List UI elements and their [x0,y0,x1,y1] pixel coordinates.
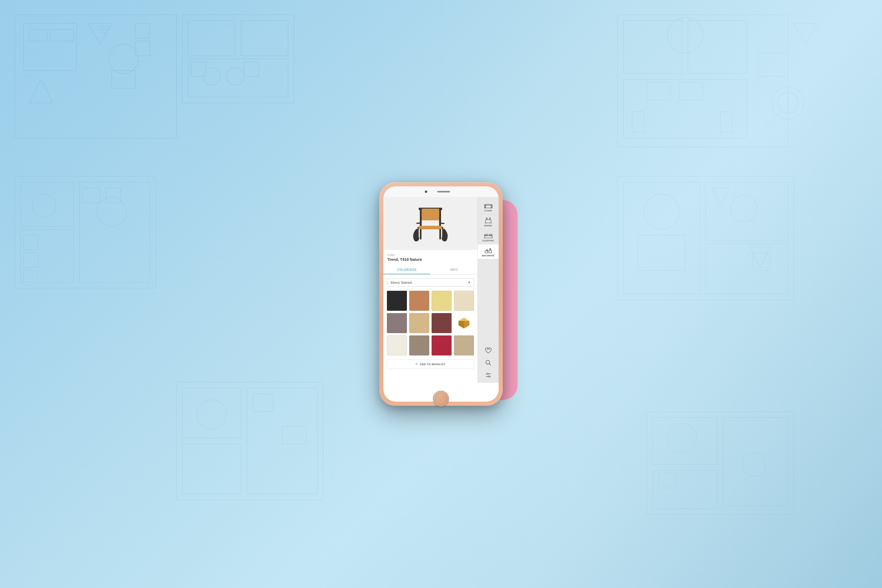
color-swatches [387,291,474,356]
svg-rect-24 [623,21,682,74]
svg-point-20 [226,68,244,85]
svg-rect-70 [658,473,676,488]
sidebar-item-decorate[interactable]: DECORATE [478,244,499,259]
swatch-yellow[interactable] [432,291,452,311]
svg-rect-30 [632,112,644,132]
svg-rect-36 [15,176,156,288]
sleeping-icon [484,232,492,239]
phone-frame: Color Trend, T410 Nature COLOR/SIZE INFO… [379,182,503,406]
wishlist-label: ADD TO WISHLIST [420,363,446,366]
svg-rect-58 [182,388,241,438]
dining-icon [484,217,492,224]
tab-info[interactable]: INFO [430,266,477,274]
svg-rect-16 [188,21,235,56]
svg-point-52 [730,195,757,222]
svg-marker-91 [459,318,470,321]
svg-point-68 [668,423,697,453]
svg-rect-4 [50,29,74,41]
sidebar-item-dining[interactable]: DINING [478,214,499,230]
svg-rect-83 [422,209,439,220]
phone-screen: Color Trend, T410 Nature COLOR/SIZE INFO… [383,186,499,402]
svg-rect-38 [21,230,74,282]
svg-rect-87 [439,229,441,239]
phone-home-button-inner [435,393,447,405]
app-screen: Color Trend, T410 Nature COLOR/SIZE INFO… [383,197,499,383]
material-dropdown[interactable]: Ebony Stained ▾ [387,278,474,286]
swatch-red[interactable] [432,336,452,356]
swatch-black[interactable] [387,291,407,311]
sidebar-item-living[interactable]: LIVING [478,200,499,214]
svg-rect-0 [15,15,176,138]
phone-home-button[interactable] [433,391,449,406]
phone-outer-shell: Color Trend, T410 Nature COLOR/SIZE INFO… [379,182,503,406]
svg-rect-53 [638,235,685,270]
svg-rect-94 [484,205,492,208]
sidebar-dining-label: DINING [484,225,492,226]
svg-rect-50 [706,244,788,294]
swatch-tan[interactable] [454,336,474,356]
swatch-caramel[interactable] [409,291,429,311]
svg-rect-28 [647,82,670,100]
svg-rect-86 [420,229,422,239]
svg-rect-34 [759,53,788,76]
svg-point-117 [489,248,490,250]
phone-top-bar [383,186,499,197]
svg-rect-45 [24,253,38,267]
swatch-offwhite[interactable] [387,336,407,356]
svg-point-124 [487,373,488,375]
sidebar-living-label: LIVING [484,210,492,212]
svg-rect-60 [182,444,241,494]
product-image-area [383,197,477,250]
swatch-sand[interactable] [409,313,429,333]
swatch-dark-burgundy[interactable] [432,313,452,333]
svg-rect-21 [191,62,206,76]
swatch-warmgray[interactable] [409,336,429,356]
swatch-taupe[interactable] [387,313,407,333]
svg-rect-29 [679,82,703,100]
swatch-3d-gold[interactable] [454,313,474,333]
search-icon[interactable] [484,358,492,367]
sidebar-item-sleeping[interactable]: SLEEPING [478,230,499,244]
svg-rect-42 [82,188,100,203]
svg-rect-85 [418,226,442,230]
tab-color-size[interactable]: COLOR/SIZE [383,266,430,274]
svg-rect-44 [24,235,38,250]
filter-icon[interactable] [484,371,492,379]
svg-rect-66 [723,417,788,506]
svg-rect-107 [484,234,487,236]
svg-rect-56 [753,253,770,270]
phone-speaker [437,191,450,193]
color-name: Trend, T410 Nature [387,257,473,262]
phone-camera [425,190,427,193]
selected-material-label: Ebony Stained [391,281,412,284]
dropdown-chevron-icon: ▾ [468,280,470,284]
svg-rect-46 [24,270,38,285]
svg-marker-92 [459,321,464,329]
tabs-row: COLOR/SIZE INFO [383,266,477,274]
product-image [407,203,454,244]
product-info: Color Trend, T410 Nature [383,250,477,263]
svg-point-40 [32,194,56,218]
svg-rect-99 [485,220,491,223]
sidebar-nav: LIVING DINING [477,197,499,383]
svg-point-5 [109,44,138,74]
svg-rect-17 [241,21,288,56]
add-to-wishlist-button[interactable]: ♡ ADD TO WISHLIST [387,360,474,369]
svg-rect-67 [652,470,717,508]
svg-rect-43 [106,188,120,203]
svg-line-100 [485,223,485,224]
svg-rect-3 [29,29,47,41]
swatch-cream[interactable] [454,291,474,311]
sidebar-decorate-label: DECORATE [482,255,495,256]
svg-line-121 [489,364,490,365]
svg-point-125 [488,376,490,377]
svg-line-101 [491,223,492,224]
svg-rect-62 [253,394,273,412]
svg-point-119 [489,349,489,350]
decorate-icon [484,247,492,254]
svg-marker-93 [464,321,469,329]
wishlist-view-icon[interactable] [484,346,492,355]
svg-point-51 [644,194,679,230]
svg-rect-115 [489,250,491,253]
svg-rect-49 [706,182,788,241]
